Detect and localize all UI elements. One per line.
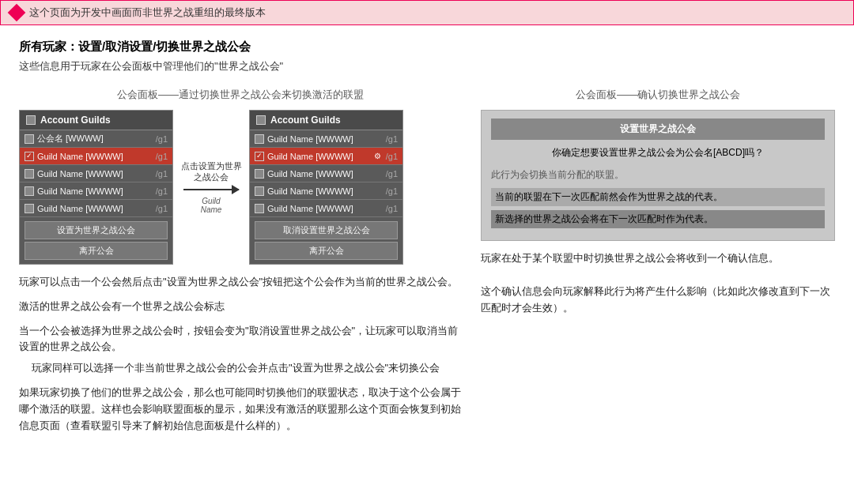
checkbox[interactable] [25,186,34,196]
leave-guild-button[interactable]: 离开公会 [25,242,168,260]
leave-guild-button-right[interactable]: 离开公会 [255,242,398,260]
guild-name: Guild Name [WWWW] [37,186,151,196]
set-wg-button[interactable]: 设置为世界之战公会 [25,221,168,239]
left-section-title: 公会面板——通过切换世界之战公会来切换激活的联盟 [19,88,462,102]
left-column: 公会面板——通过切换世界之战公会来切换激活的联盟 Account Guilds … [19,88,462,442]
guild-name: 公会名 [WWWW] [37,133,151,145]
warning-icon [8,4,26,22]
guild-panel-left: Account Guilds 公会名 [WWWW] /g1 ✓ Guild Na… [19,110,173,265]
unset-wg-button[interactable]: 取消设置世界之战公会 [255,221,398,239]
guild-row[interactable]: Guild Name [WWWW] /g1 [250,130,402,148]
desc-text-3: 当一个公会被选择为世界之战公会时，按钮会变为"取消设置世界之战公会"，让玩家可以… [19,323,462,356]
checkbox-checked[interactable]: ✓ [255,152,264,161]
arrow-label: 点击设置为世界之战公会 [181,160,242,183]
guild-tag: /g1 [156,134,168,144]
guild-panel-left-header: Account Guilds [20,111,172,130]
right-column: 公会面板——确认切换世界之战公会 设置世界之战公会 你确定想要设置世界之战公会为… [481,88,835,321]
confirm-box: 设置世界之战公会 你确定想要设置世界之战公会为公会名[ABCD]吗？ 此行为会切… [481,110,835,241]
guild-row-active[interactable]: ✓ Guild Name [WWWW] /g1 [20,148,172,165]
arrow-area: 点击设置为世界之战公会 GuildName [179,160,243,215]
arrow-sublabel: GuildName [201,197,222,214]
guild-name: Guild Name [WWWW] [37,169,151,179]
guild-panel-left-title: Account Guilds [40,115,111,126]
confirm-item-2: 当前的联盟在下一次匹配前然会作为世界之战的代表。 [491,188,825,206]
guild-panel-left-buttons: 设置为世界之战公会 离开公会 [20,217,172,264]
page-subtitle: 这些信息用于玩家在公会面板中管理他们的"世界之战公会" [19,59,835,73]
guild-row[interactable]: Guild Name [WWWW] /g1 [20,182,172,200]
desc-block-1: 玩家可以点击一个公会然后点击"设置为世界之战公会"按钮把这个公会作为当前的世界之… [19,274,462,291]
arrow-icon [183,189,239,190]
checkbox[interactable] [255,186,264,196]
guild-name: Guild Name [WWWW] [267,204,381,213]
guild-panel-right-buttons: 取消设置世界之战公会 离开公会 [250,217,402,264]
page-title: 所有玩家：设置/取消设置/切换世界之战公会 [19,39,835,55]
guild-row[interactable]: Guild Name [WWWW] /g1 [20,200,172,217]
desc-text-5: 如果玩家切换了他们的世界之战公会，那么也可能同时切换他们的联盟状态，取决于这个公… [19,385,462,434]
guild-tag: /g1 [156,169,168,179]
guild-panel-right-title: Account Guilds [270,115,341,126]
guild-name: Guild Name [WWWW] [267,169,381,179]
checkbox-checked[interactable]: ✓ [25,152,34,161]
wg-icon: ⚙ [374,152,381,160]
header-checkbox-right[interactable] [256,115,266,125]
checkbox[interactable] [255,169,264,179]
guild-name: Guild Name [WWWW] [267,152,369,161]
right-section-title: 公会面板——确认切换世界之战公会 [481,88,835,102]
guild-name: Guild Name [WWWW] [267,186,381,196]
checkbox[interactable] [255,134,264,144]
guild-panel-right-header: Account Guilds [250,111,402,130]
confirm-box-question: 你确定想要设置世界之战公会为公会名[ABCD]吗？ [491,146,825,160]
checkbox[interactable] [25,204,34,213]
desc-block-2: 激活的世界之战公会有一个世界之战公会标志 [19,299,462,315]
right-desc-2: 这个确认信息会向玩家解释此行为将产生什么影响（比如此次修改直到下一次匹配时才会生… [481,284,835,317]
guild-tag: /g1 [156,152,168,161]
two-col-layout: 公会面板——通过切换世界之战公会来切换激活的联盟 Account Guilds … [19,88,835,442]
panels-row: Account Guilds 公会名 [WWWW] /g1 ✓ Guild Na… [19,110,462,265]
guild-name: Guild Name [WWWW] [267,134,381,144]
main-content: 所有玩家：设置/取消设置/切换世界之战公会 这些信息用于玩家在公会面板中管理他们… [0,25,854,456]
desc-block-3: 当一个公会被选择为世界之战公会时，按钮会变为"取消设置世界之战公会"，让玩家可以… [19,323,462,377]
guild-tag: /g1 [386,186,398,196]
guild-row[interactable]: Guild Name [WWWW] /g1 [250,200,402,217]
checkbox[interactable] [25,169,34,179]
guild-name: Guild Name [WWWW] [37,152,151,161]
checkbox[interactable] [25,134,34,144]
confirm-item-3: 新选择的世界之战公会将在下一次匹配时作为代表。 [491,210,825,228]
guild-tag: /g1 [156,204,168,213]
guild-row[interactable]: Guild Name [WWWW] /g1 [20,165,172,182]
checkbox[interactable] [255,204,264,213]
banner-text: 这个页面为开发中画面而非世界之战重组的最终版本 [29,6,266,20]
guild-tag: /g1 [386,134,398,144]
bottom-desc: 玩家可以点击一个公会然后点击"设置为世界之战公会"按钮把这个公会作为当前的世界之… [19,274,462,434]
guild-row[interactable]: 公会名 [WWWW] /g1 [20,130,172,148]
header-checkbox[interactable] [26,115,36,125]
guild-row[interactable]: Guild Name [WWWW] /g1 [250,182,402,200]
guild-tag: /g1 [386,204,398,213]
guild-row-active[interactable]: ✓ Guild Name [WWWW] ⚙ /g1 [250,148,402,165]
guild-tag: /g1 [386,152,398,161]
guild-tag: /g1 [156,186,168,196]
guild-panel-right: Account Guilds Guild Name [WWWW] /g1 ✓ G… [249,110,403,265]
desc-text-2: 激活的世界之战公会有一个世界之战公会标志 [19,299,462,315]
confirm-box-title: 设置世界之战公会 [491,118,825,140]
desc-block-4: 如果玩家切换了他们的世界之战公会，那么也可能同时切换他们的联盟状态，取决于这个公… [19,385,462,434]
guild-name: Guild Name [WWWW] [37,204,151,213]
top-banner: 这个页面为开发中画面而非世界之战重组的最终版本 [0,0,854,25]
desc-text-4: 玩家同样可以选择一个非当前世界之战公会的公会并点击"设置为世界之战公会"来切换公… [19,360,462,377]
guild-tag: /g1 [386,169,398,179]
confirm-item-1: 此行为会切换当前分配的联盟。 [491,166,825,184]
guild-row[interactable]: Guild Name [WWWW] /g1 [250,165,402,182]
right-desc-1: 玩家在处于某个联盟中时切换世界之战公会将收到一个确认信息。 [481,250,835,267]
desc-text-1: 玩家可以点击一个公会然后点击"设置为世界之战公会"按钮把这个公会作为当前的世界之… [19,274,462,291]
